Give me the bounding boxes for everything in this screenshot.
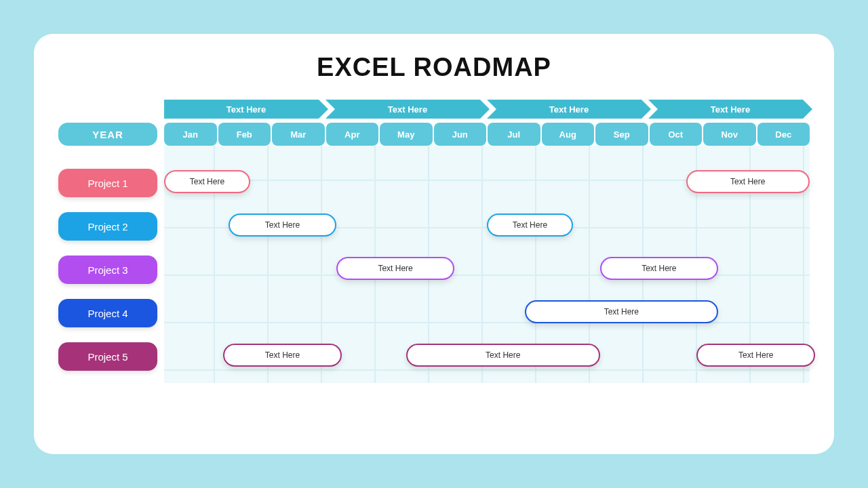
months-row: JanFebMarAprMayJunJulAugSepOctNovDec (164, 123, 810, 146)
roadmap-bar[interactable]: Text Here (336, 257, 455, 280)
quarters-row: Text HereText HereText HereText Here (164, 100, 810, 119)
project-pill: Project 4 (58, 299, 157, 327)
month-cell: Sep (595, 123, 648, 146)
quarter-chevron: Text Here (487, 100, 651, 119)
month-cell: Jul (488, 123, 540, 146)
roadmap-panel: EXCEL ROADMAP Text HereText HereText Her… (34, 34, 834, 454)
bars-lane: Text Here (164, 300, 810, 326)
roadmap-row: Project 4Text Here (58, 291, 810, 333)
bars-lane: Text HereText Here (164, 214, 810, 239)
month-cell: Feb (218, 123, 271, 146)
bars-lane: Text HereText Here (164, 257, 810, 283)
project-pill: Project 2 (58, 212, 157, 241)
roadmap-bar[interactable]: Text Here (600, 257, 719, 280)
quarter-chevron: Text Here (648, 100, 812, 119)
roadmap-bar[interactable]: Text Here (164, 170, 250, 193)
month-cell: Nov (703, 123, 756, 146)
bars-lane: Text HereText Here (164, 170, 810, 196)
month-cell: May (380, 123, 433, 146)
project-pill: Project 5 (58, 342, 157, 371)
quarter-chevron: Text Here (326, 100, 490, 119)
month-cell: Dec (757, 123, 810, 146)
month-cell: Jan (164, 123, 217, 146)
roadmap-bar[interactable]: Text Here (696, 344, 815, 367)
page-title: EXCEL ROADMAP (58, 53, 810, 82)
project-pill: Project 1 (58, 169, 157, 197)
bars-lane: Text HereText HereText Here (164, 344, 810, 369)
project-pill: Project 3 (58, 256, 157, 284)
roadmap-bar[interactable]: Text Here (406, 344, 600, 367)
roadmap-bar[interactable]: Text Here (686, 170, 810, 193)
month-cell: Aug (542, 123, 595, 146)
roadmap-row: Project 3Text HereText Here (58, 247, 810, 289)
quarter-chevron: Text Here (164, 100, 328, 119)
roadmap-row: Project 1Text HereText Here (58, 161, 810, 203)
roadmap-row: Project 2Text HereText Here (58, 204, 810, 246)
year-pill: YEAR (58, 123, 157, 146)
roadmap-bar[interactable]: Text Here (223, 344, 342, 367)
roadmap-row: Project 5Text HereText HereText Here (58, 334, 810, 376)
month-cell: Apr (326, 123, 379, 146)
roadmap-bar[interactable]: Text Here (229, 214, 336, 237)
month-cell: Jun (434, 123, 487, 146)
roadmap-bar[interactable]: Text Here (525, 300, 719, 323)
roadmap-bar[interactable]: Text Here (487, 214, 573, 237)
month-cell: Oct (650, 123, 703, 146)
rows-container: Project 1Text HereText HereProject 2Text… (58, 161, 810, 378)
month-cell: Mar (272, 123, 325, 146)
